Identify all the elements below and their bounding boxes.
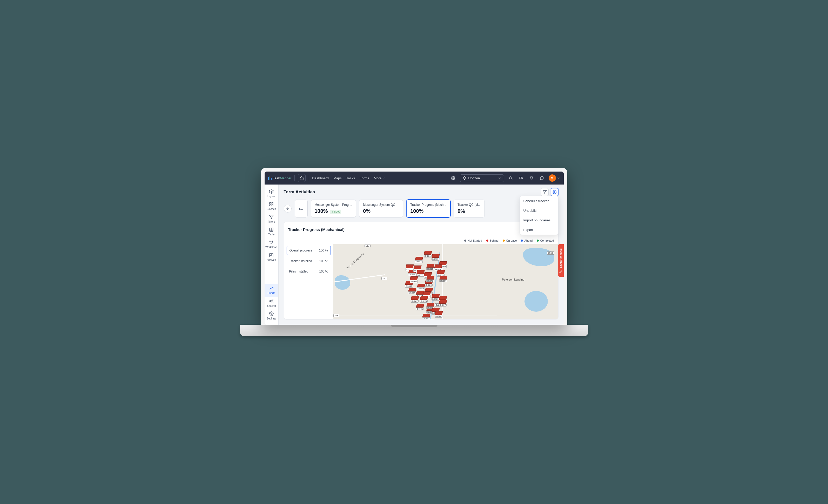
legend-ahead: Ahead [521,239,533,242]
sidebar-item-filters[interactable]: Filters [264,213,278,225]
sidebar-item-sharing[interactable]: Sharing [264,297,278,309]
stat-card-messenger-progress[interactable]: Messenger System Progr... 100% + 50% [311,200,356,217]
map-block[interactable] [416,304,424,307]
map-block-label: SK046 [410,280,417,283]
svg-rect-5 [270,202,271,204]
home-button[interactable] [298,174,305,182]
map-view[interactable]: 117 210 208 2917 203 Peterson Landing Da… [333,244,558,319]
sidebar-item-label: Workflows [265,246,277,249]
locale-button[interactable]: EN [518,174,525,182]
map-block[interactable] [415,257,423,260]
svg-point-21 [272,299,273,300]
map-block[interactable] [423,291,431,295]
sidebar-item-table[interactable]: Table [264,225,278,238]
search-button[interactable] [507,174,514,182]
notifications-button[interactable] [528,174,535,182]
svg-marker-1 [463,176,466,178]
sidebar-item-label: Settings [267,317,276,320]
menu-schedule-tracker[interactable]: Schedule tracker [520,196,558,206]
map-block[interactable] [426,276,434,280]
map-block[interactable] [411,296,419,300]
legend-label: On pace [506,239,517,242]
nav-dashboard[interactable]: Dashboard [312,176,329,180]
chat-button[interactable] [538,174,545,182]
map-block[interactable] [408,288,416,291]
map-block[interactable] [417,284,425,287]
legend-dot [464,240,466,242]
feedback-button[interactable]: Share feedback [558,244,564,277]
progress-tracker-installed[interactable]: Tracker Installed 100 % [287,257,331,265]
map-block[interactable] [434,311,443,315]
map-block[interactable] [424,251,432,255]
stat-card-tracker-qc[interactable]: Tracker QC (M... 0% [454,200,485,217]
map-block[interactable] [439,296,447,300]
road-badge: 210 [381,277,387,280]
map-block[interactable] [431,294,440,298]
nav-maps[interactable]: Maps [333,176,342,180]
map-block[interactable] [420,296,428,300]
map-block[interactable] [410,277,418,280]
sidebar: Layers Classes Filters Table Workflows A… [264,184,279,325]
road-badge: 208 [333,314,339,317]
stat-card-messenger-qc[interactable]: Messenger System QC 0% [359,200,403,217]
svg-point-0 [453,177,454,178]
map-block[interactable] [437,270,445,274]
map-block[interactable] [426,264,434,267]
map-block-label: SK001 [424,255,431,257]
map-block[interactable] [426,303,434,306]
stat-value: 100% [315,208,328,214]
menu-unpublish[interactable]: Unpublish [520,206,558,215]
page-title: Terra Activities [284,190,315,195]
sidebar-item-classes[interactable]: Classes [264,200,278,213]
nav-tasks[interactable]: Tasks [346,176,355,180]
arrow-left-icon [286,207,290,210]
map-block-label: SK040 [426,280,434,282]
stat-card-truncated[interactable]: (... [295,200,308,217]
map-block[interactable] [425,288,433,291]
map-block[interactable] [406,264,414,268]
menu-import-boundaries[interactable]: Import boundaries [520,215,558,225]
table-icon [269,227,274,232]
scroll-left-button[interactable] [284,205,292,213]
map-block[interactable] [439,276,447,280]
map-block-label: SK043 [405,285,413,288]
sidebar-item-settings[interactable]: Settings [264,309,278,322]
progress-label: Overall progress [290,249,313,252]
sidebar-item-workflows[interactable]: Workflows [264,238,278,251]
top-nav: Dashboard Maps Tasks Forms More [312,176,385,180]
page-filter-button[interactable] [541,188,549,196]
map-block-label: SK079 [431,298,439,300]
sidebar-item-analyze[interactable]: Analyze [264,251,278,263]
settings-global-button[interactable] [449,174,457,182]
nav-forms[interactable]: Forms [360,176,369,180]
project-select[interactable]: Horizon [460,174,504,182]
map-block[interactable] [422,314,430,318]
user-menu[interactable]: M [549,174,560,182]
legend-on-pace: On pace [503,239,517,242]
map-block[interactable] [439,300,447,304]
progress-piles-installed[interactable]: Piles Installed 100 % [287,267,331,276]
sidebar-item-layers[interactable]: Layers [264,187,278,200]
stat-truncated-label: (... [299,207,303,210]
sidebar-item-charts[interactable]: Charts [264,284,278,297]
map-block[interactable] [431,254,440,258]
map-block[interactable] [434,264,442,268]
stat-card-tracker-progress[interactable]: Tracker Progress (Mech... 100% [406,200,451,217]
map-block[interactable] [413,265,421,269]
svg-rect-7 [272,205,273,206]
app-logo[interactable]: TaskMapper [268,176,292,180]
stat-value: 100% [410,208,423,214]
progress-overall[interactable]: Overall progress 100 % [287,246,331,255]
map-block[interactable] [416,270,424,274]
road-badge: 2917 [547,251,554,255]
legend-dot [503,240,505,242]
sidebar-item-label: Layers [267,195,275,198]
separator [294,175,295,181]
svg-line-3 [511,179,512,180]
page-settings-button[interactable] [551,188,558,196]
legend-behind: Behind [486,239,498,242]
menu-export[interactable]: Export [520,225,558,235]
nav-more[interactable]: More [374,176,385,180]
map-block[interactable] [426,319,434,319]
map-block[interactable] [424,272,432,276]
